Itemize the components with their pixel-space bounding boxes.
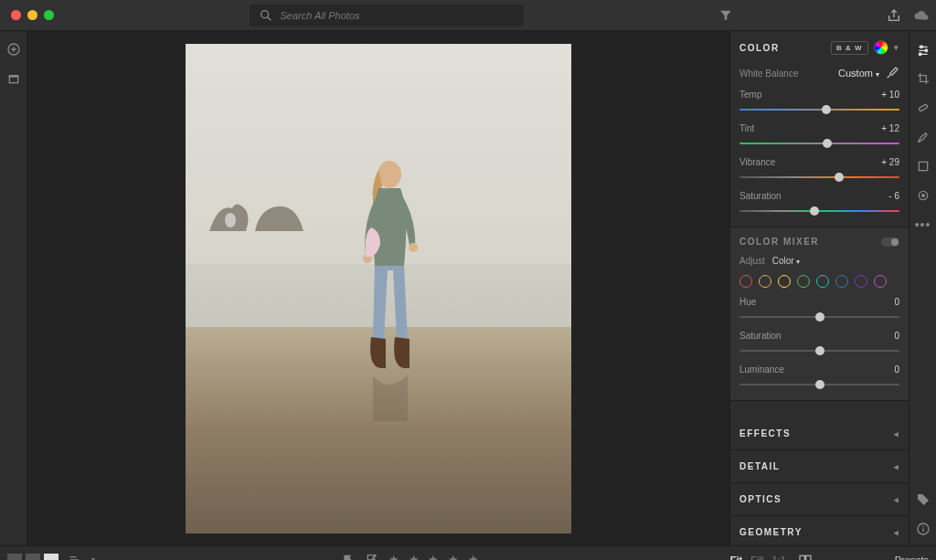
swatch-7[interactable] [874, 275, 887, 288]
close-window[interactable] [11, 10, 21, 20]
temp-label: Temp [739, 90, 761, 100]
svg-point-10 [925, 49, 928, 52]
star-rating[interactable]: ★ ★ ★ ★ ★ [388, 553, 481, 560]
heal-icon[interactable] [916, 100, 931, 115]
tint-label: Tint [739, 123, 754, 133]
section-optics[interactable]: OPTICS◂ [730, 483, 909, 516]
swatch-5[interactable] [835, 275, 848, 288]
hue-value: 0 [894, 297, 899, 307]
section-detail[interactable]: DETAIL◂ [730, 450, 909, 483]
sort-icon[interactable] [68, 553, 82, 561]
section-color: COLOR B & W ▾ White Balance Custom ▾ Tem… [730, 31, 909, 227]
chevron-left-icon: ◂ [894, 528, 900, 537]
svg-point-9 [920, 46, 922, 48]
radial-gradient-icon[interactable] [916, 188, 931, 203]
zoom-1to1[interactable]: 1:1 [771, 555, 785, 561]
search-icon [259, 8, 273, 23]
tint-value: + 12 [881, 123, 899, 133]
section-color-mixer: COLOR MIXER Adjust Color ▾ Hue0 Saturati… [730, 227, 909, 401]
top-bar: Search All Photos [0, 0, 936, 31]
canvas-area [27, 31, 729, 545]
info-icon[interactable] [916, 522, 931, 536]
svg-rect-20 [800, 555, 804, 560]
section-geometry[interactable]: GEOMETRY◂ [730, 516, 909, 545]
bottom-bar: ▾ ★ ★ ★ ★ ★ Fit Fill 1:1 Presets [0, 545, 936, 560]
flag-icon[interactable] [341, 553, 356, 561]
search-bar[interactable]: Search All Photos [250, 5, 524, 26]
bw-toggle[interactable]: B & W [831, 41, 868, 55]
svg-point-8 [409, 243, 418, 252]
svg-rect-12 [918, 104, 927, 111]
svg-point-11 [919, 53, 921, 56]
chevron-left-icon: ◂ [894, 462, 900, 471]
swatch-0[interactable] [739, 275, 752, 288]
color-mixer-title: COLOR MIXER [739, 237, 819, 247]
zoom-fill[interactable]: Fill [750, 555, 763, 561]
swatch-4[interactable] [816, 275, 829, 288]
svg-point-17 [922, 526, 924, 528]
photo-preview[interactable] [186, 44, 571, 534]
square-grid-button[interactable] [26, 554, 40, 560]
vibrance-label: Vibrance [739, 157, 775, 167]
more-icon[interactable]: ••• [915, 217, 931, 232]
filter-icon[interactable] [718, 8, 733, 23]
tint-slider[interactable] [739, 139, 899, 148]
adjust-label: Adjust [739, 256, 765, 266]
svg-point-0 [261, 10, 268, 17]
color-swatches [739, 275, 899, 288]
window-controls [7, 10, 54, 20]
zoom-fit[interactable]: Fit [730, 555, 742, 561]
color-profile-icon[interactable] [874, 40, 888, 55]
brush-icon[interactable] [916, 130, 931, 144]
white-balance-select[interactable]: Custom ▾ [838, 68, 879, 79]
temp-value: + 10 [881, 90, 899, 100]
edit-panel: COLOR B & W ▾ White Balance Custom ▾ Tem… [729, 31, 909, 545]
adjust-select[interactable]: Color ▾ [772, 256, 801, 266]
svg-rect-18 [922, 528, 923, 532]
color-mixer-toggle[interactable] [881, 238, 899, 247]
svg-rect-21 [805, 555, 810, 560]
chevron-down-icon[interactable]: ▾ [894, 43, 900, 52]
vibrance-slider[interactable] [739, 173, 899, 182]
swatch-2[interactable] [778, 275, 791, 288]
saturation-value: - 6 [888, 191, 899, 201]
presets-button[interactable]: Presets [895, 555, 929, 561]
left-rail [0, 31, 27, 545]
eyedropper-icon[interactable] [885, 66, 899, 80]
compare-icon[interactable] [798, 553, 813, 561]
linear-gradient-icon[interactable] [916, 159, 931, 174]
chevron-left-icon: ◂ [894, 495, 900, 504]
vibrance-value: + 29 [881, 157, 899, 167]
share-icon[interactable] [887, 8, 901, 23]
svg-point-5 [225, 213, 236, 227]
luminance-slider[interactable] [739, 380, 899, 389]
sliders-icon[interactable] [916, 42, 931, 57]
hue-slider[interactable] [739, 312, 899, 322]
single-view-button[interactable] [44, 554, 58, 560]
luminance-label: Luminance [739, 365, 784, 375]
svg-point-15 [921, 195, 924, 197]
archive-icon[interactable] [6, 71, 21, 86]
svg-line-1 [268, 17, 271, 20]
maximize-window[interactable] [44, 10, 54, 20]
minimize-window[interactable] [27, 10, 37, 20]
cloud-icon[interactable] [914, 8, 929, 23]
tag-icon[interactable] [916, 492, 931, 507]
mix-sat-slider[interactable] [739, 346, 899, 355]
svg-rect-4 [9, 77, 17, 83]
saturation-slider[interactable] [739, 206, 899, 216]
add-photo-icon[interactable] [6, 42, 21, 57]
chevron-left-icon: ◂ [894, 429, 900, 438]
swatch-1[interactable] [759, 275, 771, 288]
swatch-3[interactable] [797, 275, 810, 288]
grid-view-button[interactable] [7, 554, 22, 560]
section-color-title: COLOR [739, 43, 780, 53]
luminance-value: 0 [894, 365, 899, 375]
section-effects[interactable]: EFFECTS◂ [730, 417, 909, 450]
hue-label: Hue [739, 297, 756, 307]
swatch-6[interactable] [855, 275, 867, 288]
crop-icon[interactable] [916, 71, 931, 86]
reject-icon[interactable] [365, 553, 379, 561]
temp-slider[interactable] [739, 105, 899, 114]
mix-sat-value: 0 [894, 331, 899, 341]
